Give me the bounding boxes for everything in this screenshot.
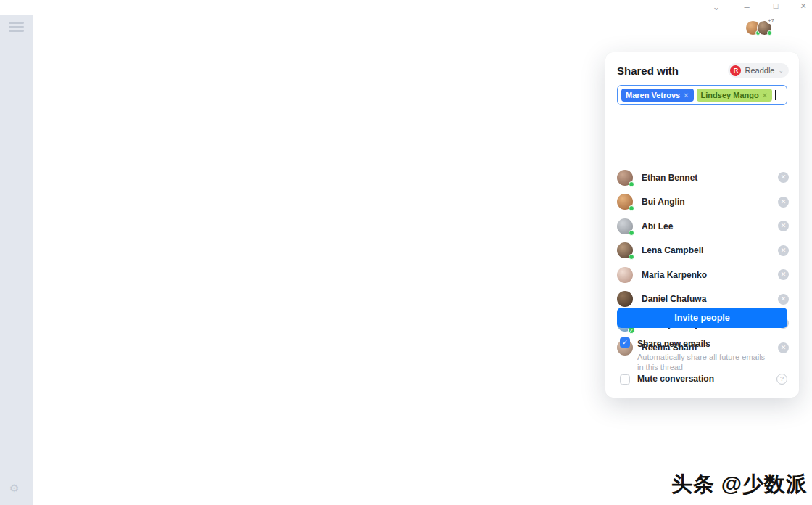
minimize-button[interactable]: –	[740, 1, 754, 12]
remove-person-button[interactable]: ✕	[778, 221, 789, 231]
avatar	[617, 291, 633, 307]
maximize-button[interactable]: □	[768, 1, 783, 10]
remove-person-button[interactable]: ✕	[778, 245, 789, 256]
avatar	[617, 194, 633, 210]
person-row: Maria Karpenko ✕	[605, 263, 799, 287]
remove-person-button[interactable]: ✕	[778, 197, 789, 208]
avatar: +7	[757, 20, 772, 36]
watermark-text: 头条 @少数派	[671, 470, 808, 499]
avatar	[617, 267, 633, 283]
remove-person-button[interactable]: ✕	[778, 269, 789, 280]
window-titlebar: ⌄ – □ ✕	[0, 0, 812, 15]
hamburger-menu-icon[interactable]	[9, 22, 24, 32]
help-question-icon[interactable]: ?	[776, 374, 787, 385]
invite-people-button[interactable]: Invite people	[617, 308, 787, 328]
shared-with-panel: Shared with R Readdle ⌄ Maren Vetrovs✕ L…	[605, 52, 799, 398]
tag-remove-icon[interactable]: ✕	[762, 91, 768, 99]
expand-icon: ⌄	[778, 67, 784, 74]
overflow-count-badge: +7	[766, 17, 776, 24]
team-badge[interactable]: R Readdle ⌄	[728, 63, 789, 78]
person-row: Lena Campbell ✕	[605, 239, 799, 263]
person-row: Bui Anglin ✕	[605, 190, 799, 215]
recipient-tag[interactable]: Maren Vetrovs✕	[621, 89, 694, 102]
shared-people-list: Ethan Bennet ✕ Bui Anglin ✕ Abi Lee ✕ Le…	[605, 165, 799, 360]
remove-person-button[interactable]: ✕	[778, 342, 789, 353]
spark-app-window: ⌄ – □ ✕ ⚙ ← ✓ What to do with our expanc…	[0, 0, 812, 505]
person-row: Ethan Bennet ✕	[605, 165, 799, 190]
chevron-down-icon[interactable]: ⌄	[709, 1, 724, 12]
share-new-emails-description: Automatically share all future emails in…	[637, 352, 771, 372]
remove-person-button[interactable]: ✕	[778, 172, 789, 183]
remove-person-button[interactable]: ✕	[778, 294, 789, 305]
checkbox-checked-icon[interactable]: ✓	[620, 337, 630, 348]
readdle-logo-icon: R	[730, 65, 741, 76]
app-sidebar: ⚙	[0, 4, 33, 505]
panel-title: Shared with	[617, 65, 679, 77]
close-button[interactable]: ✕	[796, 1, 811, 11]
settings-gear-icon[interactable]: ⚙	[9, 482, 19, 495]
share-new-emails-option[interactable]: ✓ Share new emails Automatically share a…	[620, 337, 771, 372]
person-row: Abi Lee ✕	[605, 214, 799, 239]
avatar	[617, 170, 633, 186]
tag-remove-icon[interactable]: ✕	[683, 91, 689, 99]
mute-conversation-option[interactable]: Mute conversation	[620, 374, 714, 385]
text-cursor	[775, 90, 776, 100]
avatar	[617, 218, 633, 234]
share-recipient-input[interactable]: Maren Vetrovs✕ Lindsey Mango✕	[617, 85, 787, 105]
avatar	[617, 242, 633, 258]
checkbox-unchecked-icon[interactable]	[620, 374, 630, 385]
recipient-tag[interactable]: Lindsey Mango✕	[697, 89, 772, 102]
